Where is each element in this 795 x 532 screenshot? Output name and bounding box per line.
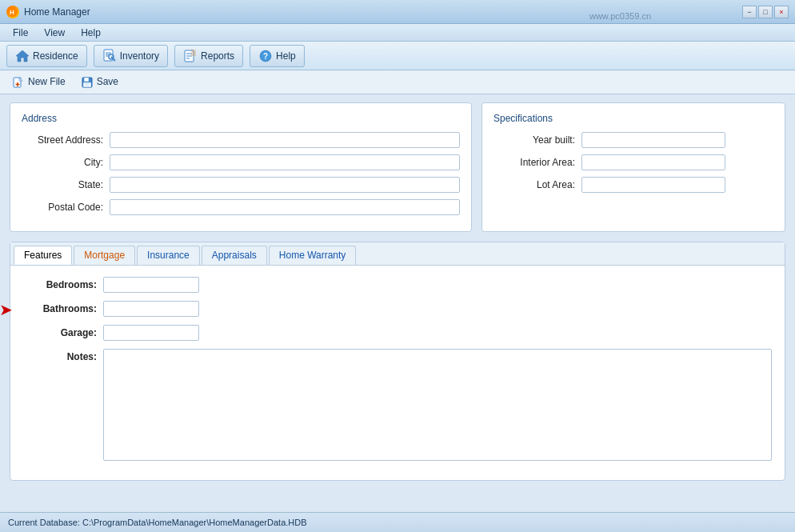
notes-textarea[interactable] — [103, 349, 772, 461]
watermark: www.pc0359.cn — [589, 11, 651, 21]
main-content: Address Street Address: City: State: Pos… — [0, 94, 795, 512]
state-row: State: — [22, 177, 460, 193]
help-label: Help — [276, 50, 296, 62]
reports-label: Reports — [201, 50, 234, 62]
address-card-title: Address — [22, 113, 460, 124]
specs-card-title: Specifications — [493, 113, 773, 124]
app-title: Home Manager — [24, 6, 90, 18]
menu-view[interactable]: View — [38, 26, 71, 40]
inventory-label: Inventory — [120, 50, 159, 62]
year-built-input[interactable] — [581, 132, 725, 148]
state-label: State: — [22, 179, 110, 190]
svg-rect-22 — [85, 83, 90, 86]
lot-area-input[interactable] — [581, 177, 725, 193]
svg-rect-12 — [191, 50, 196, 56]
action-bar: New File Save — [0, 70, 795, 94]
red-arrow-indicator: ➤ — [0, 302, 13, 318]
window-controls: − □ × — [742, 6, 789, 18]
svg-text:?: ? — [263, 52, 268, 61]
menu-file[interactable]: File — [6, 26, 34, 40]
close-button[interactable]: × — [774, 6, 789, 18]
svg-marker-2 — [16, 50, 29, 62]
city-label: City: — [22, 157, 110, 168]
tab-insurance[interactable]: Insurance — [137, 246, 200, 265]
new-file-label: New File — [28, 76, 66, 87]
lot-area-label: Lot Area: — [493, 179, 581, 190]
residence-icon — [15, 49, 30, 63]
svg-rect-20 — [84, 78, 89, 82]
minimize-button[interactable]: − — [742, 6, 757, 18]
bathrooms-row: Bathrooms: ➤ — [23, 301, 772, 317]
status-bar: Current Database: C:\ProgramData\HomeMan… — [0, 512, 795, 532]
postal-code-input[interactable] — [110, 199, 460, 215]
menu-help[interactable]: Help — [74, 26, 107, 40]
street-address-input[interactable] — [110, 132, 460, 148]
nav-inventory[interactable]: Inventory — [94, 45, 168, 67]
notes-label: Notes: — [23, 349, 103, 362]
nav-reports[interactable]: Reports — [174, 45, 243, 67]
street-address-row: Street Address: — [22, 132, 460, 148]
garage-label: Garage: — [23, 327, 103, 338]
tab-content-features: Bedrooms: Bathrooms: ➤ Garage: Notes: — [10, 266, 785, 480]
postal-code-row: Postal Code: — [22, 199, 460, 215]
app-icon: H — [6, 6, 19, 18]
city-input[interactable] — [110, 154, 460, 170]
residence-label: Residence — [33, 50, 78, 62]
nav-help[interactable]: ? Help — [250, 45, 305, 67]
tab-appraisals[interactable]: Appraisals — [202, 246, 267, 265]
new-file-icon — [13, 76, 26, 88]
bedrooms-row: Bedrooms: — [23, 277, 772, 293]
title-bar: H Home Manager − □ × — [0, 0, 795, 24]
nav-buttons: Residence Inventory — [6, 45, 305, 67]
inventory-icon — [102, 49, 117, 63]
tab-bar: Features Mortgage Insurance Appraisals H… — [10, 242, 785, 266]
svg-text:H: H — [10, 9, 14, 16]
cards-row: Address Street Address: City: State: Pos… — [10, 102, 785, 232]
interior-area-row: Interior Area: — [493, 154, 773, 170]
bathrooms-input[interactable] — [103, 301, 199, 317]
garage-input[interactable] — [103, 325, 199, 341]
address-card: Address Street Address: City: State: Pos… — [10, 102, 472, 232]
tabs-section: Features Mortgage Insurance Appraisals H… — [10, 242, 785, 481]
new-file-button[interactable]: New File — [6, 74, 72, 90]
year-built-label: Year built: — [493, 134, 581, 146]
bedrooms-input[interactable] — [103, 277, 199, 293]
notes-row: Notes: — [23, 349, 772, 461]
specs-card: Specifications Year built: Interior Area… — [481, 102, 785, 232]
menu-bar: File View Help — [0, 24, 795, 42]
interior-area-input[interactable] — [581, 154, 725, 170]
save-icon — [82, 76, 94, 88]
tab-features[interactable]: Features — [14, 246, 72, 265]
tab-mortgage[interactable]: Mortgage — [74, 246, 135, 265]
reports-icon — [183, 49, 198, 63]
status-text: Current Database: C:\ProgramData\HomeMan… — [8, 518, 307, 527]
save-button[interactable]: Save — [75, 74, 125, 90]
year-built-row: Year built: — [493, 132, 773, 148]
street-address-label: Street Address: — [22, 134, 110, 146]
help-icon: ? — [258, 49, 273, 63]
save-label: Save — [97, 76, 118, 87]
tab-home-warranty[interactable]: Home Warranty — [269, 246, 357, 265]
bedrooms-label: Bedrooms: — [23, 279, 103, 290]
postal-code-label: Postal Code: — [22, 202, 110, 213]
title-bar-left: H Home Manager — [6, 6, 90, 18]
interior-area-label: Interior Area: — [493, 157, 581, 168]
garage-row: Garage: — [23, 325, 772, 341]
state-input[interactable] — [110, 177, 460, 193]
nav-toolbar: Residence Inventory — [0, 42, 795, 70]
maximize-button[interactable]: □ — [758, 6, 773, 18]
lot-area-row: Lot Area: — [493, 177, 773, 193]
city-row: City: — [22, 154, 460, 170]
nav-residence[interactable]: Residence — [6, 45, 87, 67]
bathrooms-label: Bathrooms: — [23, 303, 103, 314]
